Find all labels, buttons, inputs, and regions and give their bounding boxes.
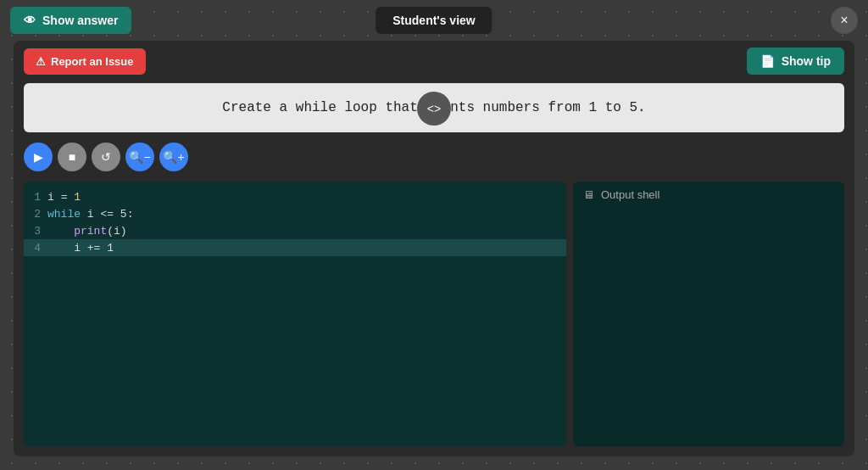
code-line-1: 1 i = 1 xyxy=(24,188,566,205)
report-issue-button[interactable]: ⚠ Report an Issue xyxy=(24,48,146,75)
refresh-button[interactable]: ↺ xyxy=(92,143,120,171)
monitor-icon: 🖥 xyxy=(583,188,594,201)
line-number-3: 3 xyxy=(24,225,47,238)
show-answer-button[interactable]: 👁 Show answer xyxy=(10,7,131,34)
output-header: 🖥 Output shell xyxy=(583,188,834,201)
run-button[interactable]: ▶ xyxy=(24,143,53,171)
line-code-3: print(i) xyxy=(47,225,127,238)
play-icon: ▶ xyxy=(34,150,43,164)
line-number-2: 2 xyxy=(24,208,47,221)
code-line-4: 4 i += 1 xyxy=(24,239,566,256)
stop-icon: ■ xyxy=(69,150,75,164)
doc-icon: 📄 xyxy=(760,54,775,68)
code-content: 1 i = 1 2 while i <= 5: 3 print(i) 4 i +… xyxy=(24,182,566,263)
refresh-icon: ↺ xyxy=(101,150,111,164)
output-shell-label: Output shell xyxy=(601,188,659,201)
code-toolbar: ▶ ■ ↺ 🔍− 🔍+ xyxy=(24,143,188,171)
show-answer-label: Show answer xyxy=(42,14,118,27)
eye-icon: 👁 xyxy=(24,14,36,27)
report-label: Report an Issue xyxy=(51,55,134,68)
student-view-badge: Student's view xyxy=(376,7,492,34)
show-tip-button[interactable]: 📄 Show tip xyxy=(747,48,844,75)
line-number-4: 4 xyxy=(24,242,47,255)
top-bar: 👁 Show answer Student's view × xyxy=(0,0,868,41)
code-line-3: 3 print(i) xyxy=(24,222,566,239)
line-number-1: 1 xyxy=(24,191,47,204)
show-tip-label: Show tip xyxy=(782,54,831,68)
zoom-in-button[interactable]: 🔍+ xyxy=(159,143,188,171)
line-code-2: while i <= 5: xyxy=(47,208,133,221)
code-editor[interactable]: 1 i = 1 2 while i <= 5: 3 print(i) 4 i +… xyxy=(24,182,566,446)
line-code-4: i += 1 xyxy=(47,242,114,255)
code-icon-circle: <> xyxy=(417,92,451,126)
output-shell: 🖥 Output shell xyxy=(573,182,844,446)
code-brackets-icon: <> xyxy=(427,102,441,115)
main-content: ⚠ Report an Issue 📄 Show tip <> Create a… xyxy=(14,41,854,456)
stop-button[interactable]: ■ xyxy=(58,143,86,171)
close-button[interactable]: × xyxy=(831,7,858,34)
zoom-in-icon: 🔍+ xyxy=(163,150,184,164)
alert-icon: ⚠ xyxy=(36,55,46,68)
report-bar: ⚠ Report an Issue 📄 Show tip xyxy=(24,48,844,75)
code-line-2: 2 while i <= 5: xyxy=(24,205,566,222)
zoom-out-button[interactable]: 🔍− xyxy=(125,143,154,171)
line-code-1: i = 1 xyxy=(47,191,81,204)
zoom-out-icon: 🔍− xyxy=(129,150,150,164)
